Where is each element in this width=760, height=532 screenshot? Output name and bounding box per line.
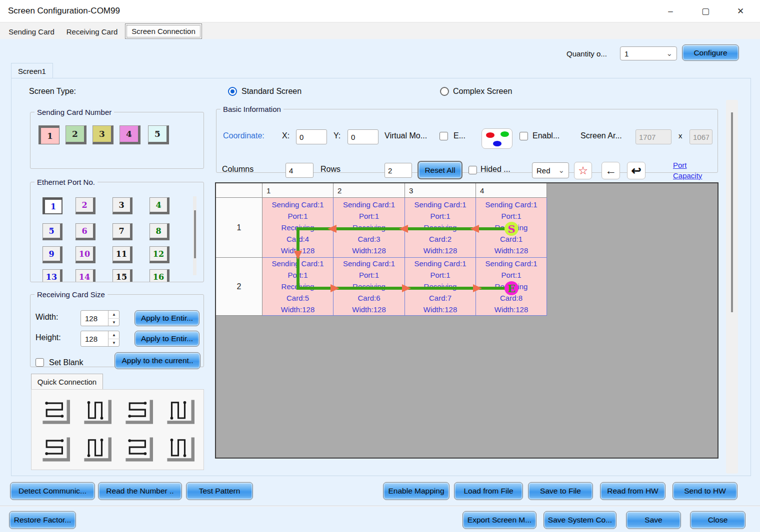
sending-card-button-1[interactable]: 1	[38, 125, 60, 144]
ethernet-port-button-7[interactable]: 7	[112, 223, 132, 240]
receiving-card-size-group: Receiving Card Size Width: ▲ ▼ Apply to …	[30, 290, 204, 367]
ethernet-port-button-9[interactable]: 9	[42, 246, 62, 263]
ethernet-port-button-3[interactable]: 3	[112, 197, 132, 214]
footer-separator	[0, 506, 760, 507]
sending-card-number-legend: Sending Card Number	[34, 108, 114, 116]
y-label: Y:	[334, 131, 340, 140]
end-marker-text: E	[508, 282, 516, 295]
spin-up-icon[interactable]: ▲	[108, 311, 120, 318]
height-input[interactable]	[81, 331, 108, 346]
back-button[interactable]: ←	[602, 162, 620, 179]
undo-button[interactable]: ↩	[627, 162, 646, 179]
blue-dot-icon	[493, 141, 502, 146]
save-to-file-button[interactable]: Save to File	[528, 482, 593, 500]
quantity-select[interactable]: 1 ⌄	[620, 46, 677, 60]
maximize-icon[interactable]: ▢	[691, 0, 720, 22]
spin-down-icon[interactable]: ▼	[108, 318, 120, 326]
apply-height-button[interactable]: Apply to Entir...	[134, 331, 200, 347]
undo-icon: ↩	[631, 164, 641, 178]
ethernet-port-button-2[interactable]: 2	[76, 197, 96, 214]
ethernet-port-button-13[interactable]: 13	[42, 269, 62, 282]
height-stepper[interactable]: ▲ ▼	[80, 331, 120, 347]
complex-screen-radio[interactable]	[440, 87, 449, 96]
ethernet-port-button-12[interactable]: 12	[150, 246, 170, 263]
virtual-mode-checkbox[interactable]	[440, 132, 448, 140]
green-dot-icon	[500, 131, 509, 137]
rgb-pixels-button[interactable]	[482, 128, 512, 149]
sending-card-button-4[interactable]: 4	[120, 125, 140, 144]
configure-button[interactable]: Configure	[682, 44, 739, 61]
rows-label: Rows	[320, 165, 340, 174]
tab-screen-connection[interactable]: Screen Connection	[125, 23, 202, 39]
ethernet-port-button-10[interactable]: 10	[76, 246, 96, 263]
spin-up-icon[interactable]: ▲	[108, 331, 120, 339]
ethernet-port-button-4[interactable]: 4	[150, 197, 170, 214]
sending-card-button-5[interactable]: 5	[148, 125, 169, 144]
close-button[interactable]: Close	[690, 511, 746, 529]
tab-receiving-card[interactable]: Receiving Card	[61, 24, 123, 39]
standard-screen-radio[interactable]	[228, 87, 237, 96]
chevron-down-icon: ⌄	[666, 51, 672, 56]
arrow-right-marker	[330, 284, 340, 292]
apply-width-button[interactable]: Apply to Entir...	[134, 310, 200, 326]
hided-checkbox[interactable]	[468, 166, 477, 174]
sending-card-button-3[interactable]: 3	[92, 125, 114, 144]
panel-scrollbar[interactable]	[726, 100, 738, 474]
coordinate-x-input[interactable]	[296, 129, 327, 144]
send-to-hw-button[interactable]: Send to HW	[672, 482, 738, 500]
width-stepper[interactable]: ▲ ▼	[80, 310, 120, 326]
marker-color-select[interactable]: Red ⌄	[532, 162, 569, 178]
tab-screen1[interactable]: Screen1	[11, 63, 53, 78]
quick-connection-pattern-7[interactable]	[125, 436, 155, 462]
ethernet-port-button-1[interactable]: 1	[42, 197, 62, 214]
x-label: X:	[282, 131, 290, 140]
detect-communication-button[interactable]: Detect Communic...	[10, 482, 95, 500]
sending-card-button-2[interactable]: 2	[66, 125, 86, 144]
star-mark-button[interactable]: ☆	[574, 162, 592, 179]
ethernet-scrollbar[interactable]	[193, 196, 196, 275]
ethernet-port-button-8[interactable]: 8	[150, 223, 170, 240]
close-icon[interactable]: ✕	[726, 0, 755, 22]
save-system-button[interactable]: Save System Co...	[544, 511, 616, 529]
arrow-down-marker	[294, 251, 302, 260]
rows-input[interactable]	[384, 163, 412, 178]
ethernet-port-button-6[interactable]: 6	[76, 223, 96, 240]
apply-current-button[interactable]: Apply to the current..	[114, 352, 200, 369]
restore-factory-button[interactable]: Restore Factor...	[9, 511, 76, 529]
serpentine-left-down-icon	[125, 399, 155, 425]
quick-connection-pattern-3[interactable]	[125, 399, 155, 425]
read-number-button[interactable]: Read the Number ..	[98, 482, 182, 500]
star-icon: ☆	[578, 164, 588, 177]
read-from-hw-button[interactable]: Read from HW	[600, 482, 666, 500]
load-from-file-button[interactable]: Load from File	[454, 482, 523, 500]
coordinate-y-input[interactable]	[348, 129, 378, 144]
set-blank-checkbox[interactable]	[36, 358, 44, 367]
basic-information-legend: Basic Information	[220, 105, 284, 113]
reset-all-button[interactable]: Reset All	[418, 161, 462, 179]
arrow-left-icon: ←	[605, 164, 616, 177]
port-capacity-link[interactable]: Port Capacity	[673, 160, 713, 181]
ethernet-port-button-11[interactable]: 11	[112, 246, 132, 263]
ethernet-port-button-16[interactable]: 16	[150, 269, 170, 282]
enable-checkbox[interactable]	[520, 132, 528, 140]
width-input[interactable]	[81, 311, 108, 326]
columns-input[interactable]	[286, 163, 314, 178]
spin-down-icon[interactable]: ▼	[108, 339, 120, 346]
quick-connection-pattern-2[interactable]	[84, 399, 114, 425]
red-dot-icon	[486, 132, 494, 138]
ethernet-port-button-15[interactable]: 15	[112, 269, 132, 282]
quick-connection-pattern-8[interactable]	[166, 436, 196, 462]
ethernet-port-button-14[interactable]: 14	[76, 269, 96, 282]
scrollbar-thumb[interactable]	[731, 112, 733, 312]
enable-mapping-button[interactable]: Enable Mapping	[383, 482, 450, 500]
export-screen-button[interactable]: Export Screen M...	[462, 511, 536, 529]
minimize-icon[interactable]: –	[656, 0, 685, 22]
quick-connection-pattern-1[interactable]	[42, 399, 72, 425]
save-button[interactable]: Save	[626, 511, 681, 529]
quick-connection-pattern-5[interactable]	[42, 436, 72, 462]
tab-sending-card[interactable]: Sending Card	[4, 24, 59, 39]
quick-connection-pattern-4[interactable]	[166, 399, 196, 425]
test-pattern-button[interactable]: Test Pattern	[186, 482, 253, 500]
quick-connection-pattern-6[interactable]	[84, 436, 114, 462]
ethernet-port-button-5[interactable]: 5	[42, 223, 62, 240]
